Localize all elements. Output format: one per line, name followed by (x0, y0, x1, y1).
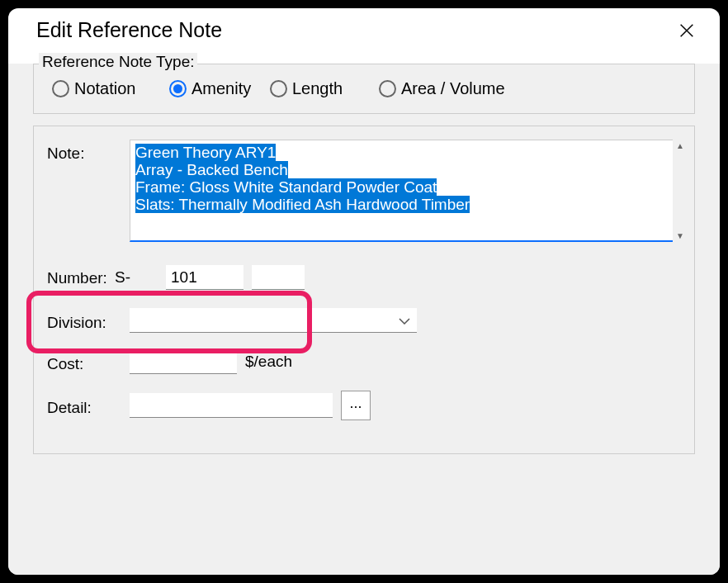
note-line: Slats: Thermally Modified Ash Hardwood T… (135, 196, 470, 213)
note-scrollbar[interactable]: ▲ ▼ (673, 140, 688, 242)
radio-label: Amenity (191, 79, 251, 98)
scroll-down-icon: ▼ (676, 231, 684, 240)
reference-type-fieldset: Reference Note Type: Notation Amenity Le… (33, 64, 695, 114)
radio-amenity[interactable]: Amenity (169, 79, 270, 98)
detail-label: Detail: (47, 394, 130, 417)
cost-input[interactable] (130, 349, 237, 374)
radio-label: Area / Volume (401, 79, 505, 98)
titlebar: Edit Reference Note (8, 8, 720, 57)
note-line: Frame: Gloss White Standard Powder Coat (135, 178, 437, 196)
window-title: Edit Reference Note (36, 18, 222, 42)
note-container: Green Theory ARY1 Array - Backed Bench F… (130, 140, 688, 242)
radio-circle-icon (270, 80, 287, 97)
radio-circle-icon (52, 80, 69, 97)
division-label: Division: (47, 309, 130, 332)
radio-label: Notation (74, 79, 136, 98)
radio-label: Length (292, 79, 343, 98)
note-label: Note: (47, 140, 130, 163)
detail-input[interactable] (130, 393, 333, 418)
cost-label: Cost: (47, 350, 130, 373)
edit-reference-note-window: Edit Reference Note Reference Note Type:… (8, 8, 720, 575)
close-icon (678, 21, 696, 40)
radio-circle-icon (379, 80, 396, 97)
reference-type-radio-group: Notation Amenity Length Area / Volume (52, 79, 681, 98)
number-label: Number: (47, 268, 115, 287)
form-section: Note: Green Theory ARY1 Array - Backed B… (33, 126, 695, 454)
close-button[interactable] (675, 19, 698, 42)
division-row: Division: (34, 308, 694, 333)
note-line: Array - Backed Bench (135, 161, 288, 178)
radio-circle-selected-icon (169, 80, 187, 97)
radio-notation[interactable]: Notation (52, 79, 169, 98)
radio-area-volume[interactable]: Area / Volume (379, 79, 505, 98)
content-area: Reference Note Type: Notation Amenity Le… (8, 64, 720, 575)
note-textarea[interactable]: Green Theory ARY1 Array - Backed Bench F… (130, 140, 688, 242)
cost-unit: $/each (245, 353, 292, 371)
number-input[interactable] (166, 265, 243, 290)
note-line: Green Theory ARY1 (135, 144, 276, 161)
number-suffix-input[interactable] (252, 265, 305, 290)
chevron-down-icon (399, 313, 410, 328)
detail-browse-button[interactable]: ... (341, 391, 371, 420)
division-select[interactable] (130, 308, 417, 333)
cost-row: Cost: $/each (34, 349, 694, 374)
number-prefix: S- (115, 268, 166, 287)
radio-length[interactable]: Length (270, 79, 379, 98)
reference-type-legend: Reference Note Type: (39, 53, 197, 71)
detail-row: Detail: ... (34, 391, 694, 420)
scroll-up-icon: ▲ (676, 141, 684, 150)
browse-label: ... (349, 395, 362, 412)
number-row: Number: S- (34, 254, 694, 290)
note-row: Note: Green Theory ARY1 Array - Backed B… (34, 140, 694, 242)
